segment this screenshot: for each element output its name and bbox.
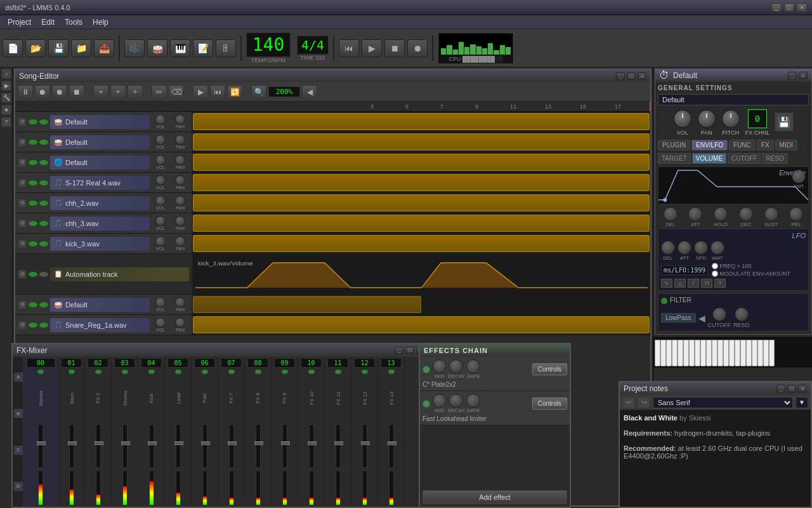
fx-send-12[interactable]	[362, 370, 368, 374]
lfo-del-knob[interactable]	[661, 241, 675, 255]
piano-key-e5[interactable]	[746, 340, 752, 366]
track-content-10[interactable]	[193, 315, 650, 335]
se-zoom-out-btn[interactable]: ◀	[302, 85, 317, 99]
fx-fader-10[interactable]	[309, 424, 314, 468]
time-sig-display[interactable]: 4/4	[297, 36, 329, 55]
pan-knob[interactable]	[697, 109, 716, 128]
new-button[interactable]: 📄	[3, 39, 23, 57]
save-button[interactable]: 💾	[48, 39, 69, 57]
track-pattern-7[interactable]	[193, 235, 650, 252]
abcd-c[interactable]: C	[14, 446, 23, 455]
env-dec-knob[interactable]	[739, 207, 753, 221]
fx-fader-handle-9[interactable]	[281, 441, 290, 445]
save-instrument-btn[interactable]: 💾	[775, 112, 794, 131]
se-record1-btn[interactable]: ⏺	[35, 85, 50, 99]
effect-decay-knob-2[interactable]	[449, 394, 463, 408]
piano-key-g4[interactable]	[717, 340, 723, 366]
se-erase-btn[interactable]: ⌫	[169, 85, 184, 99]
track-mute-6[interactable]	[29, 221, 37, 226]
track-vol-knob-2[interactable]	[155, 135, 166, 145]
track-solo-9[interactable]	[39, 302, 48, 307]
track-settings-5[interactable]: ⚙	[18, 199, 27, 208]
track-settings-1[interactable]: ⚙	[18, 117, 27, 126]
fx-send-3[interactable]	[122, 370, 128, 374]
track-content-2[interactable]	[193, 132, 650, 152]
effect-power-1[interactable]	[422, 366, 430, 373]
fx-fader-13[interactable]	[389, 424, 394, 468]
track-pattern-9[interactable]	[193, 296, 421, 313]
fx-mixer-minimize[interactable]: _	[395, 347, 403, 354]
track-pattern-3[interactable]	[193, 154, 650, 171]
piano-key-b4[interactable]	[729, 340, 735, 366]
se-pause-btn[interactable]: ⏸	[18, 85, 33, 99]
env-del-knob[interactable]	[664, 207, 678, 221]
plugin-tab-func[interactable]: FUNC	[729, 140, 756, 150]
env-amt-knob[interactable]	[792, 170, 806, 184]
piano-key-d5[interactable]	[740, 340, 746, 366]
track-vol-knob-4[interactable]	[155, 175, 166, 185]
track-name-9[interactable]: 🥁 Default	[50, 298, 150, 312]
fx-mixer-btn[interactable]: 🎚	[216, 39, 236, 57]
se-play-btn[interactable]: ▶	[193, 85, 208, 99]
track-settings-9[interactable]: ⚙	[18, 300, 27, 309]
fx-fader-handle-5[interactable]	[174, 441, 183, 445]
track-name-6[interactable]: 🎵 chh_3.wav	[50, 217, 150, 231]
track-solo-5[interactable]	[39, 201, 48, 206]
track-mute-9[interactable]	[29, 302, 37, 307]
abcd-b[interactable]: B	[14, 409, 23, 418]
filter-reso-knob[interactable]	[735, 307, 749, 321]
fx-fader-4[interactable]	[149, 424, 154, 468]
filter-prev-btn[interactable]: ◀	[698, 313, 705, 323]
lfo-freq-radio[interactable]	[712, 263, 718, 269]
fx-chnl-display[interactable]: 0	[748, 109, 767, 128]
menu-tools[interactable]: Tools	[60, 17, 88, 28]
abcd-a[interactable]: A	[14, 373, 23, 382]
track-content-5[interactable]	[193, 193, 650, 213]
env-att-knob[interactable]	[688, 207, 702, 221]
piano-key-g5[interactable]	[757, 340, 763, 366]
track-settings-8[interactable]: ⚙	[18, 270, 27, 279]
pitch-knob[interactable]	[721, 109, 740, 128]
piano-key-a5[interactable]	[763, 340, 769, 366]
track-content-4[interactable]	[193, 173, 650, 192]
track-settings-10[interactable]: ⚙	[18, 321, 27, 330]
track-vol-knob-3[interactable]	[155, 155, 166, 165]
track-name-7[interactable]: 🎵 kick_3.wav	[50, 237, 150, 251]
fx-fader-handle-6[interactable]	[201, 441, 210, 445]
track-mute-8[interactable]	[29, 272, 37, 277]
song-editor-maximize[interactable]: □	[627, 72, 636, 80]
effect-power-2[interactable]	[422, 400, 430, 408]
track-vol-knob-9[interactable]	[155, 297, 166, 307]
track-solo-2[interactable]	[39, 140, 48, 145]
track-settings-4[interactable]: ⚙	[18, 178, 27, 187]
track-solo-3[interactable]	[39, 160, 48, 165]
fx-fader-handle-4[interactable]	[148, 441, 157, 445]
menu-project[interactable]: Project	[3, 17, 36, 28]
fx-fader-2[interactable]	[96, 424, 101, 468]
plugin-tab-plugin[interactable]: PLUGIN	[658, 140, 690, 150]
track-solo-7[interactable]	[39, 241, 48, 246]
env-sust-knob[interactable]	[764, 207, 778, 221]
track-mute-3[interactable]	[29, 160, 37, 165]
track-name-1[interactable]: 🥁 Default	[50, 115, 150, 129]
lfo-modulate-radio[interactable]	[712, 271, 718, 277]
song-editor-close[interactable]: ×	[638, 72, 646, 80]
piano-key-b5[interactable]	[769, 340, 775, 366]
track-pan-knob-1[interactable]	[175, 114, 185, 124]
sidebar-icon-4[interactable]: ★	[1, 105, 11, 115]
lfo-wave-triangle[interactable]: △	[674, 279, 686, 288]
track-vol-knob-7[interactable]	[155, 236, 166, 246]
export-button[interactable]: 📤	[94, 39, 114, 57]
track-content-8[interactable]: kick_3.wav/Volume	[193, 254, 650, 294]
piano-key-c4[interactable]	[695, 340, 700, 366]
fx-fader-handle-8[interactable]	[254, 441, 263, 445]
fx-send-6[interactable]	[202, 370, 208, 374]
se-add-automation-btn[interactable]: +	[128, 85, 143, 99]
lfo-att-knob[interactable]	[678, 241, 691, 255]
track-settings-3[interactable]: ⚙	[18, 158, 27, 167]
notes-redo-btn[interactable]: ↪	[638, 397, 650, 408]
fx-send-2[interactable]	[95, 370, 102, 374]
project-notes-minimize[interactable]: _	[776, 385, 785, 392]
instrument-close[interactable]: ×	[799, 72, 808, 79]
fx-fader-5[interactable]	[176, 424, 181, 468]
